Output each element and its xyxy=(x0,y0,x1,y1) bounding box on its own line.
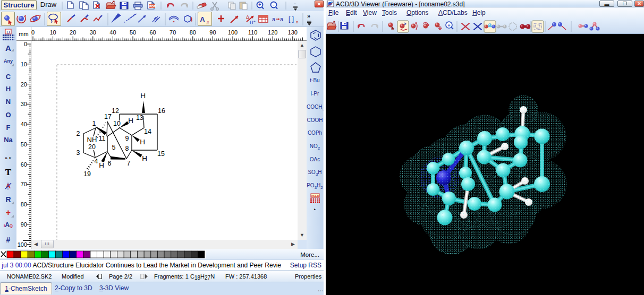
svg-text:10: 10 xyxy=(113,120,121,127)
svg-text:100: 100 xyxy=(228,29,238,36)
svg-text:130: 130 xyxy=(288,29,298,36)
svg-text:1: 1 xyxy=(92,120,96,127)
svg-text:6: 6 xyxy=(108,160,112,167)
svg-text:n: n xyxy=(296,20,298,24)
svg-text:5: 5 xyxy=(112,144,116,151)
svg-text:NH: NH xyxy=(87,136,97,144)
svg-text:*: * xyxy=(173,20,175,25)
svg-text:30: 30 xyxy=(21,101,27,107)
svg-text:10: 10 xyxy=(49,29,56,36)
svg-text:USER: USER xyxy=(311,194,319,197)
svg-text:50: 50 xyxy=(21,141,27,148)
svg-text:Li: Li xyxy=(6,30,10,34)
svg-text:100: 100 xyxy=(18,241,27,248)
svg-text:30: 30 xyxy=(90,29,96,36)
svg-text:PDF: PDF xyxy=(149,5,156,8)
svg-text:19: 19 xyxy=(83,170,91,178)
svg-text:120: 120 xyxy=(268,29,277,36)
svg-text:13: 13 xyxy=(136,114,143,122)
svg-text:17: 17 xyxy=(104,113,112,120)
svg-text:80: 80 xyxy=(21,201,27,207)
svg-text:Δ: Δ xyxy=(246,14,249,20)
svg-text:+: + xyxy=(258,2,261,7)
svg-text:60: 60 xyxy=(21,161,27,168)
svg-text:H: H xyxy=(99,161,104,169)
svg-text:90: 90 xyxy=(21,221,27,228)
svg-text:A: A xyxy=(200,15,205,23)
svg-text:11: 11 xyxy=(99,135,106,142)
svg-text:More...: More... xyxy=(300,251,319,258)
svg-text:0: 0 xyxy=(24,41,27,47)
svg-text:14: 14 xyxy=(144,128,151,135)
svg-text:[ ]: [ ] xyxy=(289,15,294,23)
svg-text:H: H xyxy=(142,154,147,162)
svg-text:a: a xyxy=(272,16,276,22)
svg-text:#: # xyxy=(206,20,209,25)
svg-text:20: 20 xyxy=(70,29,76,36)
svg-text:..: .. xyxy=(294,1,296,5)
svg-text:10: 10 xyxy=(21,61,27,67)
svg-text:16: 16 xyxy=(158,107,165,115)
svg-text:40: 40 xyxy=(109,29,116,36)
svg-text:a: a xyxy=(280,16,284,22)
svg-text:15: 15 xyxy=(157,150,165,158)
svg-text:20: 20 xyxy=(21,81,27,88)
svg-text:2: 2 xyxy=(77,130,80,137)
svg-text:90: 90 xyxy=(209,29,216,36)
svg-text:0: 0 xyxy=(31,29,35,36)
svg-text:60: 60 xyxy=(149,29,156,36)
svg-text:H: H xyxy=(140,138,145,146)
svg-text:70: 70 xyxy=(170,29,176,36)
svg-text:H: H xyxy=(140,92,146,100)
svg-text:9: 9 xyxy=(125,135,129,142)
svg-text:7: 7 xyxy=(127,160,131,167)
svg-text:+: + xyxy=(447,23,450,28)
svg-text:H⁺: H⁺ xyxy=(250,20,256,25)
svg-text:20: 20 xyxy=(88,143,96,151)
svg-text:»: » xyxy=(307,13,310,19)
svg-text:40: 40 xyxy=(21,121,27,127)
svg-text:50: 50 xyxy=(130,29,136,36)
svg-text:-: - xyxy=(273,2,275,7)
svg-text:70: 70 xyxy=(21,181,27,187)
svg-text:3: 3 xyxy=(77,149,80,157)
svg-text:4: 4 xyxy=(95,158,98,165)
svg-text:12: 12 xyxy=(112,107,119,115)
svg-text:8: 8 xyxy=(125,145,129,152)
svg-text:80: 80 xyxy=(190,29,196,36)
svg-text:110: 110 xyxy=(248,29,258,36)
svg-text:H: H xyxy=(128,117,133,125)
